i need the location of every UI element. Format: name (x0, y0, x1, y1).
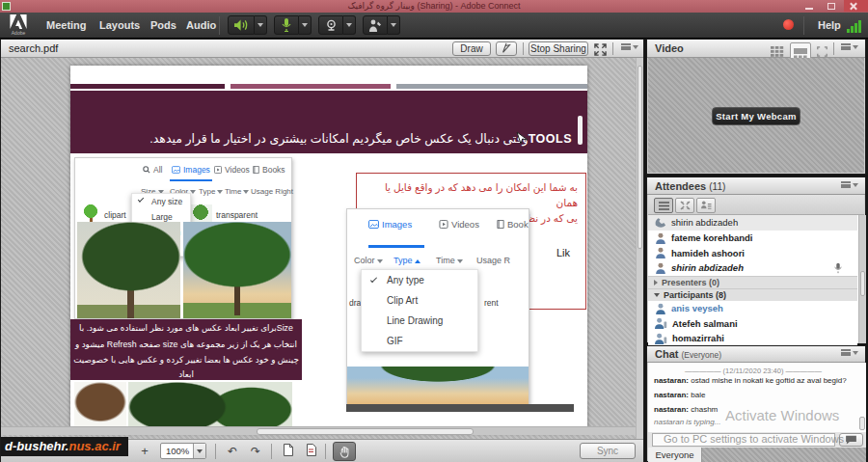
microphone-button[interactable] (274, 15, 299, 35)
speaker-button[interactable] (228, 15, 255, 35)
page-settings-button[interactable] (302, 443, 321, 460)
tree-photo-left (77, 222, 180, 318)
page-icon (283, 444, 294, 456)
attendee-row-phone[interactable]: shirin abdizadeh (648, 215, 857, 231)
speaker-icon (234, 19, 249, 31)
status-view-button[interactable] (696, 198, 716, 213)
horizontal-scrollbar-thumb[interactable] (257, 428, 474, 435)
caption-line: انتخاب هر یک از زیر مجموعه های size صفحه… (70, 336, 302, 352)
slide-title-text: TOOLSوقتی دنبال یک عکس خاص میگردیم امکان… (99, 131, 572, 146)
attendee-row-selected[interactable]: anis veyseh (648, 301, 857, 316)
video-pod-menu[interactable] (841, 43, 858, 50)
minimize-button[interactable] (799, 0, 820, 12)
search-icon (143, 166, 150, 174)
send-message-button[interactable] (839, 433, 863, 447)
vertical-scrollbar[interactable] (636, 58, 643, 439)
menu-help[interactable]: Help (810, 13, 849, 39)
chat-tab-everyone[interactable]: Everyone (648, 448, 702, 462)
attendee-row[interactable]: Atefeh salmani (648, 316, 857, 332)
menu-item-clip-art: Clip Art (362, 290, 477, 311)
menu-audio[interactable]: Audio (178, 13, 224, 39)
attendee-row[interactable]: homazirrahi (648, 331, 857, 346)
page-export-button[interactable] (279, 443, 298, 460)
pointer-tool-button[interactable] (496, 41, 517, 56)
stop-sharing-button[interactable]: Stop Sharing (529, 41, 588, 56)
tree-photo-bottom (347, 367, 529, 405)
pan-tool-button[interactable] (333, 442, 356, 461)
attendee-row[interactable]: fateme korehbandi (648, 231, 857, 246)
titlebar: وبینار گروه گرافیک (Sharing) - Adobe Con… (0, 0, 868, 13)
caption-line: Sizeبرای تغییر ابعاد عکس های مورد نظر اس… (70, 319, 302, 336)
draw-button[interactable]: Draw (452, 41, 491, 56)
undo-button[interactable]: ↶ (223, 443, 242, 460)
chat-scrollbar[interactable] (858, 363, 866, 432)
attendees-scrollbar[interactable] (858, 215, 866, 343)
attendees-toolbar (648, 195, 864, 215)
share-pod-menu[interactable] (621, 43, 638, 50)
status-button[interactable] (363, 15, 388, 35)
video-pod-header: Video (647, 40, 865, 58)
redo-button[interactable]: ↷ (246, 443, 265, 460)
check-icon (370, 276, 377, 283)
pointer-icon (501, 42, 512, 54)
webcam-dropdown[interactable] (343, 15, 356, 35)
filter-time: Time (225, 187, 249, 196)
chat-message: nastaran: bale (654, 391, 858, 399)
speaker-dropdown[interactable] (255, 15, 267, 35)
recording-indicator (783, 19, 794, 30)
participant-desk-avatar-icon (655, 333, 667, 344)
raise-hand-icon (368, 19, 382, 32)
menubar: Adobe Meeting Layouts Pods Audio Help (0, 13, 868, 39)
attendee-row-self[interactable]: shirin abdizadeh (648, 260, 857, 276)
typing-indicator: nastaran is typing... (654, 418, 858, 426)
webcam-button[interactable] (318, 15, 343, 35)
tab-videos: Videos (439, 219, 479, 230)
sync-button[interactable]: Sync (580, 443, 636, 459)
active-mic-icon (833, 262, 843, 274)
list-view-button[interactable] (654, 198, 673, 213)
chip-transparent: transparent (216, 210, 258, 220)
horizontal-scrollbar[interactable] (1, 426, 637, 435)
status-dropdown[interactable] (388, 15, 400, 35)
chat-input[interactable] (652, 433, 835, 447)
like-text: Lik (556, 247, 570, 258)
attendees-pod-header: Attendees (11) (647, 177, 865, 195)
speech-bubble-icon (845, 435, 857, 445)
tab-books: Book (497, 219, 529, 230)
window-title: وبینار گروه گرافیک (Sharing) - Adobe Con… (347, 1, 520, 11)
menu-item-gif: GIF (362, 331, 477, 351)
microphone-icon (282, 18, 291, 32)
zoom-level-select[interactable]: 100% (160, 443, 206, 459)
grid-view-icon (771, 46, 784, 57)
filter-type: Type (199, 187, 223, 196)
participant-avatar-icon (655, 303, 666, 314)
maximize-button[interactable] (821, 0, 842, 12)
embedded-scrollbar (578, 116, 583, 145)
embedded-taskbar (346, 404, 574, 412)
chat-message: nastaran: ostad mishe in nokati ke gofti… (654, 376, 858, 385)
book-icon (253, 166, 259, 174)
breakout-view-button[interactable] (675, 198, 694, 213)
chat-pod-menu[interactable] (841, 349, 858, 356)
adobe-connect-window: وبینار گروه گرافیک (Sharing) - Adobe Con… (0, 0, 868, 462)
attendees-pod-menu[interactable] (841, 181, 858, 188)
chip-clipart: clipart (104, 210, 126, 220)
vertical-scrollbar-thumb[interactable] (637, 66, 642, 249)
menu-meeting[interactable]: Meeting (39, 13, 95, 39)
chat-scrollbar-thumb[interactable] (859, 417, 865, 430)
menu-layouts[interactable]: Layouts (92, 13, 148, 39)
video-pod-body: Start My Webcam (648, 58, 864, 173)
group-presenters[interactable]: Presenters (0) (648, 276, 857, 288)
zoom-in-button[interactable]: + (135, 443, 154, 460)
attendee-row[interactable]: hamideh ashoori (648, 246, 857, 261)
microphone-dropdown[interactable] (299, 15, 312, 35)
zoom-select-caret[interactable] (193, 444, 205, 458)
filter-type: Type (393, 256, 420, 265)
close-button[interactable] (844, 0, 868, 12)
group-participants[interactable]: Participants (8) (648, 288, 857, 301)
chat-tabs-bar: Everyone (648, 448, 866, 462)
start-webcam-button[interactable]: Start My Webcam (712, 107, 800, 125)
attendees-scrollbar-thumb[interactable] (860, 271, 865, 296)
check-icon (138, 196, 144, 202)
menu-item-any-size: Any size (132, 194, 190, 209)
